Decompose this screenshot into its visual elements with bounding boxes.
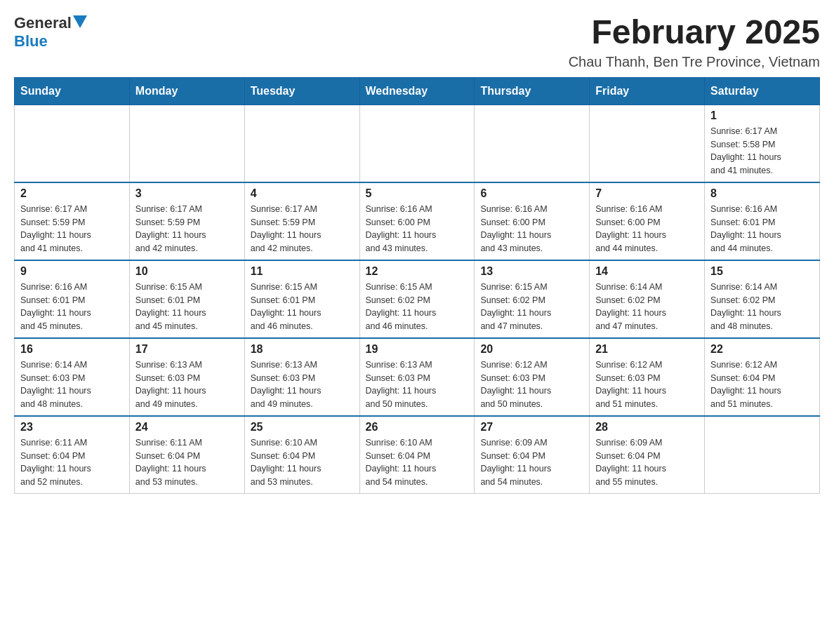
calendar-cell: 17Sunrise: 6:13 AM Sunset: 6:03 PM Dayli… <box>129 338 244 416</box>
day-info: Sunrise: 6:15 AM Sunset: 6:02 PM Dayligh… <box>366 281 469 333</box>
day-info: Sunrise: 6:17 AM Sunset: 5:59 PM Dayligh… <box>135 203 239 255</box>
day-number: 4 <box>251 187 354 200</box>
calendar-cell <box>705 416 820 494</box>
weekday-header-thursday: Thursday <box>475 77 590 105</box>
day-info: Sunrise: 6:16 AM Sunset: 6:00 PM Dayligh… <box>366 203 469 255</box>
day-info: Sunrise: 6:13 AM Sunset: 6:03 PM Dayligh… <box>135 358 239 411</box>
day-number: 26 <box>366 421 469 434</box>
calendar-cell: 21Sunrise: 6:12 AM Sunset: 6:03 PM Dayli… <box>590 338 705 416</box>
day-number: 22 <box>710 343 814 356</box>
logo: General Blue <box>14 14 87 51</box>
day-number: 23 <box>20 421 124 434</box>
day-number: 3 <box>135 187 239 200</box>
day-number: 11 <box>251 265 354 278</box>
calendar-cell: 11Sunrise: 6:15 AM Sunset: 6:01 PM Dayli… <box>244 260 359 338</box>
calendar-cell: 12Sunrise: 6:15 AM Sunset: 6:02 PM Dayli… <box>359 260 475 338</box>
calendar-cell: 28Sunrise: 6:09 AM Sunset: 6:04 PM Dayli… <box>590 416 705 494</box>
calendar-cell: 7Sunrise: 6:16 AM Sunset: 6:00 PM Daylig… <box>590 182 705 260</box>
calendar-cell: 8Sunrise: 6:16 AM Sunset: 6:01 PM Daylig… <box>705 182 820 260</box>
day-number: 9 <box>20 265 124 278</box>
calendar-cell <box>129 105 244 182</box>
day-info: Sunrise: 6:10 AM Sunset: 6:04 PM Dayligh… <box>251 436 354 489</box>
calendar-cell <box>359 105 475 182</box>
day-number: 21 <box>595 343 699 356</box>
day-info: Sunrise: 6:09 AM Sunset: 6:04 PM Dayligh… <box>480 436 583 489</box>
weekday-header-wednesday: Wednesday <box>359 77 475 105</box>
day-number: 14 <box>595 265 699 278</box>
calendar-cell <box>590 105 705 182</box>
day-info: Sunrise: 6:14 AM Sunset: 6:02 PM Dayligh… <box>595 281 699 333</box>
calendar-cell: 3Sunrise: 6:17 AM Sunset: 5:59 PM Daylig… <box>129 182 244 260</box>
calendar-cell: 23Sunrise: 6:11 AM Sunset: 6:04 PM Dayli… <box>15 416 130 494</box>
weekday-header-row: SundayMondayTuesdayWednesdayThursdayFrid… <box>15 77 820 105</box>
day-info: Sunrise: 6:14 AM Sunset: 6:02 PM Dayligh… <box>710 281 814 333</box>
calendar-cell: 9Sunrise: 6:16 AM Sunset: 6:01 PM Daylig… <box>15 260 130 338</box>
day-info: Sunrise: 6:11 AM Sunset: 6:04 PM Dayligh… <box>20 436 124 489</box>
calendar-cell <box>15 105 130 182</box>
day-info: Sunrise: 6:16 AM Sunset: 6:01 PM Dayligh… <box>710 203 814 255</box>
logo-triangle-icon <box>73 15 87 28</box>
logo-blue: Blue <box>14 32 48 51</box>
page-title: February 2025 <box>569 14 820 51</box>
calendar-cell <box>475 105 590 182</box>
day-number: 13 <box>480 265 583 278</box>
day-info: Sunrise: 6:10 AM Sunset: 6:04 PM Dayligh… <box>366 436 469 489</box>
day-info: Sunrise: 6:17 AM Sunset: 5:59 PM Dayligh… <box>20 203 124 255</box>
day-info: Sunrise: 6:13 AM Sunset: 6:03 PM Dayligh… <box>366 358 469 411</box>
calendar-week-1: 1Sunrise: 6:17 AM Sunset: 5:58 PM Daylig… <box>15 105 820 182</box>
calendar-cell: 13Sunrise: 6:15 AM Sunset: 6:02 PM Dayli… <box>475 260 590 338</box>
calendar-cell: 5Sunrise: 6:16 AM Sunset: 6:00 PM Daylig… <box>359 182 475 260</box>
calendar-cell: 18Sunrise: 6:13 AM Sunset: 6:03 PM Dayli… <box>244 338 359 416</box>
weekday-header-sunday: Sunday <box>15 77 130 105</box>
day-number: 15 <box>710 265 814 278</box>
day-info: Sunrise: 6:11 AM Sunset: 6:04 PM Dayligh… <box>135 436 239 489</box>
page-subtitle: Chau Thanh, Ben Tre Province, Vietnam <box>569 54 820 70</box>
day-info: Sunrise: 6:09 AM Sunset: 6:04 PM Dayligh… <box>595 436 699 489</box>
day-info: Sunrise: 6:15 AM Sunset: 6:02 PM Dayligh… <box>480 281 583 333</box>
day-number: 20 <box>480 343 583 356</box>
day-number: 1 <box>710 109 814 122</box>
day-number: 2 <box>20 187 124 200</box>
calendar-cell: 27Sunrise: 6:09 AM Sunset: 6:04 PM Dayli… <box>475 416 590 494</box>
calendar-cell: 19Sunrise: 6:13 AM Sunset: 6:03 PM Dayli… <box>359 338 475 416</box>
day-info: Sunrise: 6:15 AM Sunset: 6:01 PM Dayligh… <box>251 281 354 333</box>
calendar-cell: 6Sunrise: 6:16 AM Sunset: 6:00 PM Daylig… <box>475 182 590 260</box>
day-info: Sunrise: 6:14 AM Sunset: 6:03 PM Dayligh… <box>20 358 124 411</box>
calendar-cell <box>244 105 359 182</box>
calendar-table: SundayMondayTuesdayWednesdayThursdayFrid… <box>14 77 820 494</box>
page-header: General Blue February 2025 Chau Thanh, B… <box>14 14 820 70</box>
day-number: 28 <box>595 421 699 434</box>
day-number: 6 <box>480 187 583 200</box>
day-number: 18 <box>251 343 354 356</box>
day-number: 17 <box>135 343 239 356</box>
day-number: 19 <box>366 343 469 356</box>
calendar-cell: 10Sunrise: 6:15 AM Sunset: 6:01 PM Dayli… <box>129 260 244 338</box>
day-info: Sunrise: 6:17 AM Sunset: 5:59 PM Dayligh… <box>251 203 354 255</box>
day-info: Sunrise: 6:16 AM Sunset: 6:00 PM Dayligh… <box>480 203 583 255</box>
calendar-cell: 25Sunrise: 6:10 AM Sunset: 6:04 PM Dayli… <box>244 416 359 494</box>
calendar-week-2: 2Sunrise: 6:17 AM Sunset: 5:59 PM Daylig… <box>15 182 820 260</box>
day-info: Sunrise: 6:15 AM Sunset: 6:01 PM Dayligh… <box>135 281 239 333</box>
calendar-cell: 15Sunrise: 6:14 AM Sunset: 6:02 PM Dayli… <box>705 260 820 338</box>
day-number: 12 <box>366 265 469 278</box>
day-number: 7 <box>595 187 699 200</box>
calendar-week-5: 23Sunrise: 6:11 AM Sunset: 6:04 PM Dayli… <box>15 416 820 494</box>
day-info: Sunrise: 6:12 AM Sunset: 6:04 PM Dayligh… <box>710 358 814 411</box>
calendar-cell: 24Sunrise: 6:11 AM Sunset: 6:04 PM Dayli… <box>129 416 244 494</box>
title-section: February 2025 Chau Thanh, Ben Tre Provin… <box>569 14 820 70</box>
day-info: Sunrise: 6:16 AM Sunset: 6:01 PM Dayligh… <box>20 281 124 333</box>
calendar-cell: 4Sunrise: 6:17 AM Sunset: 5:59 PM Daylig… <box>244 182 359 260</box>
calendar-cell: 16Sunrise: 6:14 AM Sunset: 6:03 PM Dayli… <box>15 338 130 416</box>
weekday-header-friday: Friday <box>590 77 705 105</box>
calendar-cell: 1Sunrise: 6:17 AM Sunset: 5:58 PM Daylig… <box>705 105 820 182</box>
day-number: 5 <box>366 187 469 200</box>
day-number: 8 <box>710 187 814 200</box>
day-info: Sunrise: 6:13 AM Sunset: 6:03 PM Dayligh… <box>251 358 354 411</box>
day-number: 24 <box>135 421 239 434</box>
calendar-cell: 14Sunrise: 6:14 AM Sunset: 6:02 PM Dayli… <box>590 260 705 338</box>
day-info: Sunrise: 6:12 AM Sunset: 6:03 PM Dayligh… <box>595 358 699 411</box>
calendar-week-3: 9Sunrise: 6:16 AM Sunset: 6:01 PM Daylig… <box>15 260 820 338</box>
day-info: Sunrise: 6:16 AM Sunset: 6:00 PM Dayligh… <box>595 203 699 255</box>
logo-general: General <box>14 14 72 32</box>
calendar-cell: 26Sunrise: 6:10 AM Sunset: 6:04 PM Dayli… <box>359 416 475 494</box>
